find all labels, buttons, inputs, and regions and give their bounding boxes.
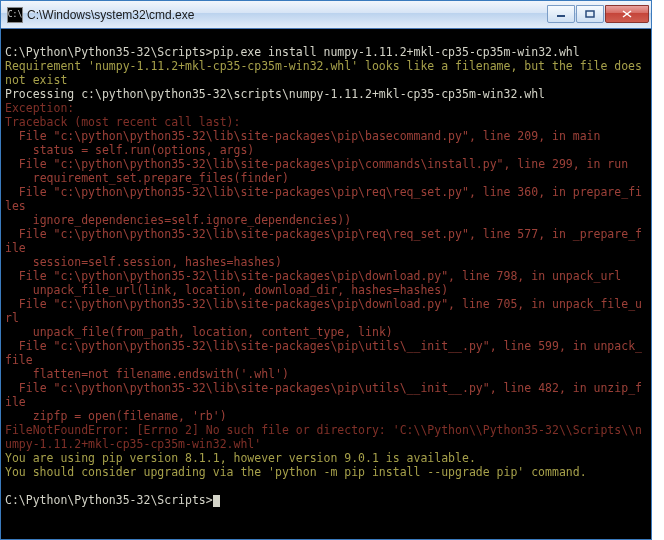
traceback-line: requirement_set.prepare_files(finder): [5, 171, 289, 185]
terminal-output[interactable]: C:\Python\Python35-32\Scripts>pip.exe in…: [1, 29, 651, 539]
requirement-warning: Requirement 'numpy-1.11.2+mkl-cp35-cp35m…: [5, 59, 649, 87]
traceback-line: ignore_dependencies=self.ignore_dependen…: [5, 213, 351, 227]
exception-header: Exception:: [5, 101, 74, 115]
processing-line: Processing c:\python\python35-32\scripts…: [5, 87, 545, 101]
pip-upgrade-notice: You should consider upgrading via the 'p…: [5, 465, 587, 479]
traceback-line: File "c:\python\python35-32\lib\site-pac…: [5, 297, 642, 325]
svg-rect-1: [586, 11, 594, 17]
traceback-line: File "c:\python\python35-32\lib\site-pac…: [5, 185, 642, 213]
prompt-path: C:\Python\Python35-32\Scripts>: [5, 493, 213, 507]
traceback-line: File "c:\python\python35-32\lib\site-pac…: [5, 381, 642, 409]
traceback-header: Traceback (most recent call last):: [5, 115, 240, 129]
window-controls: [546, 5, 649, 25]
traceback-line: unpack_file_url(link, location, download…: [5, 283, 448, 297]
traceback-line: File "c:\python\python35-32\lib\site-pac…: [5, 269, 621, 283]
traceback-line: File "c:\python\python35-32\lib\site-pac…: [5, 339, 642, 367]
traceback-line: File "c:\python\python35-32\lib\site-pac…: [5, 227, 642, 255]
prompt-path: C:\Python\Python35-32\Scripts>: [5, 45, 213, 59]
minimize-icon: [556, 10, 566, 18]
filenotfound-error: FileNotFoundError: [Errno 2] No such fil…: [5, 423, 642, 451]
close-button[interactable]: [605, 5, 649, 23]
traceback-line: status = self.run(options, args): [5, 143, 254, 157]
prompt-line: C:\Python\Python35-32\Scripts>pip.exe in…: [5, 45, 580, 59]
titlebar[interactable]: C:\ C:\Windows\system32\cmd.exe: [1, 1, 651, 29]
close-icon: [622, 10, 632, 18]
traceback-line: flatten=not filename.endswith('.whl'): [5, 367, 289, 381]
maximize-icon: [585, 10, 595, 18]
window-title: C:\Windows\system32\cmd.exe: [27, 8, 546, 22]
cmd-window: C:\ C:\Windows\system32\cmd.exe C:\Pytho…: [0, 0, 652, 540]
traceback-line: File "c:\python\python35-32\lib\site-pac…: [5, 129, 600, 143]
command-text: pip.exe install numpy-1.11.2+mkl-cp35-cp…: [213, 45, 580, 59]
pip-version-notice: You are using pip version 8.1.1, however…: [5, 451, 476, 465]
prompt-line: C:\Python\Python35-32\Scripts>: [5, 493, 220, 507]
cursor: [213, 495, 220, 507]
traceback-line: File "c:\python\python35-32\lib\site-pac…: [5, 157, 628, 171]
traceback-line: zipfp = open(filename, 'rb'): [5, 409, 227, 423]
maximize-button[interactable]: [576, 5, 604, 23]
cmd-icon: C:\: [7, 7, 23, 23]
traceback-line: session=self.session, hashes=hashes): [5, 255, 282, 269]
traceback-line: unpack_file(from_path, location, content…: [5, 325, 393, 339]
minimize-button[interactable]: [547, 5, 575, 23]
